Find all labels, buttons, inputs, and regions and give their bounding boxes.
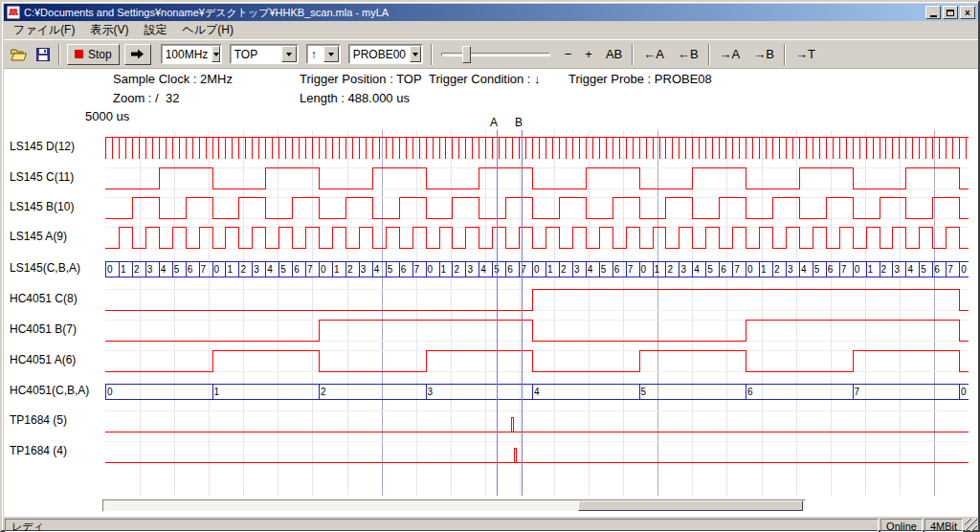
svg-text:6: 6 bbox=[401, 264, 407, 275]
svg-text:1: 1 bbox=[441, 264, 447, 275]
svg-text:7: 7 bbox=[855, 387, 860, 397]
svg-text:1: 1 bbox=[121, 264, 126, 275]
svg-text:2: 2 bbox=[667, 264, 673, 275]
svg-text:6: 6 bbox=[934, 264, 940, 275]
svg-text:7: 7 bbox=[628, 264, 634, 275]
svg-text:0: 0 bbox=[534, 264, 540, 275]
svg-text:5: 5 bbox=[814, 264, 820, 275]
svg-text:4: 4 bbox=[534, 387, 540, 397]
scrollbar-thumb[interactable] bbox=[578, 500, 803, 511]
svg-text:0: 0 bbox=[321, 264, 326, 275]
svg-text:3: 3 bbox=[680, 264, 686, 275]
svg-text:0: 0 bbox=[428, 264, 434, 275]
svg-text:1: 1 bbox=[761, 264, 767, 275]
svg-text:2: 2 bbox=[774, 264, 780, 275]
svg-text:5: 5 bbox=[707, 264, 713, 275]
svg-text:6: 6 bbox=[747, 387, 753, 397]
svg-text:0: 0 bbox=[855, 264, 860, 275]
svg-text:3: 3 bbox=[467, 264, 473, 275]
svg-text:5: 5 bbox=[388, 264, 393, 275]
svg-text:0: 0 bbox=[107, 264, 113, 275]
svg-text:5: 5 bbox=[601, 264, 607, 275]
svg-text:2: 2 bbox=[240, 264, 246, 275]
svg-text:6: 6 bbox=[294, 264, 300, 275]
svg-text:4: 4 bbox=[907, 264, 913, 275]
svg-text:4: 4 bbox=[374, 264, 380, 275]
length-text: Length : 488.000 us bbox=[300, 91, 410, 105]
svg-text:3: 3 bbox=[894, 264, 900, 275]
svg-text:7: 7 bbox=[947, 264, 953, 275]
trigger-position-text: Trigger Position : TOP bbox=[300, 72, 422, 86]
svg-text:3: 3 bbox=[574, 264, 580, 275]
svg-text:4: 4 bbox=[480, 264, 486, 275]
zoom-text: Zoom : / 32 bbox=[113, 91, 179, 105]
sample-clock-text: Sample Clock : 2MHz bbox=[113, 72, 233, 86]
svg-text:6: 6 bbox=[828, 264, 834, 275]
svg-text:0: 0 bbox=[641, 264, 647, 275]
svg-text:6: 6 bbox=[188, 264, 193, 275]
svg-text:4: 4 bbox=[267, 264, 273, 275]
svg-text:3: 3 bbox=[788, 264, 793, 275]
svg-text:0: 0 bbox=[107, 387, 113, 397]
trigger-probe-text: Trigger Probe : PROBE08 bbox=[568, 72, 712, 86]
svg-text:5: 5 bbox=[174, 264, 180, 275]
svg-text:4: 4 bbox=[694, 264, 700, 275]
svg-text:6: 6 bbox=[507, 264, 513, 275]
svg-text:4: 4 bbox=[801, 264, 807, 275]
svg-text:A: A bbox=[490, 116, 498, 129]
svg-text:7: 7 bbox=[841, 264, 847, 275]
svg-text:3: 3 bbox=[361, 264, 367, 275]
svg-text:1: 1 bbox=[227, 264, 233, 275]
trigger-condition-text: Trigger Condition : ↓ bbox=[429, 72, 541, 86]
svg-text:1: 1 bbox=[214, 387, 220, 397]
svg-text:1: 1 bbox=[334, 264, 340, 275]
app-window: C:¥Documents and Settings¥noname¥デスクトップ¥… bbox=[0, 0, 980, 532]
svg-text:3: 3 bbox=[428, 387, 434, 397]
svg-text:2: 2 bbox=[454, 264, 459, 275]
svg-text:7: 7 bbox=[414, 264, 420, 275]
time-origin-label: 5000 us bbox=[85, 109, 129, 123]
svg-text:B: B bbox=[515, 116, 523, 129]
svg-text:7: 7 bbox=[307, 264, 313, 275]
svg-text:5: 5 bbox=[921, 264, 926, 275]
svg-text:2: 2 bbox=[347, 264, 353, 275]
svg-text:2: 2 bbox=[561, 264, 567, 275]
svg-text:3: 3 bbox=[254, 264, 259, 275]
svg-text:2: 2 bbox=[134, 264, 140, 275]
svg-text:7: 7 bbox=[201, 264, 207, 275]
svg-text:2: 2 bbox=[881, 264, 887, 275]
svg-text:5: 5 bbox=[280, 264, 286, 275]
svg-text:1: 1 bbox=[868, 264, 874, 275]
svg-text:0: 0 bbox=[214, 264, 220, 275]
svg-text:0: 0 bbox=[961, 387, 967, 397]
svg-text:2: 2 bbox=[321, 387, 326, 397]
svg-text:6: 6 bbox=[614, 264, 620, 275]
svg-text:0: 0 bbox=[747, 264, 753, 275]
svg-text:4: 4 bbox=[161, 264, 167, 275]
svg-text:7: 7 bbox=[734, 264, 740, 275]
svg-text:1: 1 bbox=[547, 264, 553, 275]
svg-text:3: 3 bbox=[147, 264, 153, 275]
horizontal-scrollbar[interactable] bbox=[102, 499, 806, 512]
svg-text:4: 4 bbox=[588, 264, 593, 275]
svg-text:5: 5 bbox=[641, 387, 647, 397]
svg-text:0: 0 bbox=[961, 264, 967, 275]
svg-text:1: 1 bbox=[655, 264, 660, 275]
svg-text:6: 6 bbox=[721, 264, 726, 275]
